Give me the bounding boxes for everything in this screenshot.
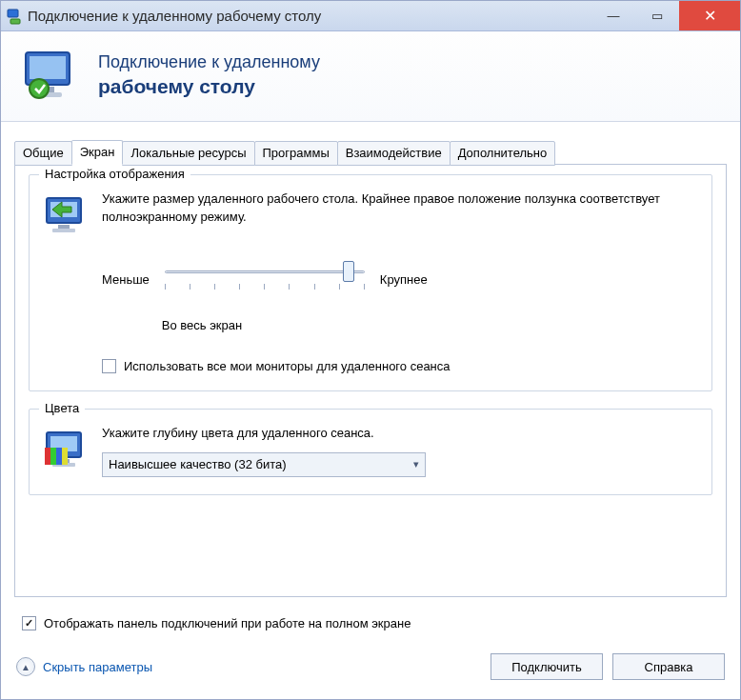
color-combo-value: Наивысшее качество (32 бита)	[109, 457, 287, 471]
color-depth-combo[interactable]: Наивысшее качество (32 бита) ▾	[102, 452, 426, 477]
header-line1: Подключение к удаленному	[98, 51, 320, 73]
color-groupbox: Цвета	[29, 409, 712, 495]
tab-1[interactable]: Экран	[71, 140, 124, 165]
display-legend: Настройка отображения	[39, 167, 190, 181]
body: ОбщиеЭкранЛокальные ресурсыПрограммыВзаи…	[1, 122, 740, 640]
connection-bar-label: Отображать панель подключений при работе…	[44, 616, 411, 630]
app-icon	[7, 8, 24, 25]
connection-bar-checkbox[interactable]	[22, 616, 36, 630]
window-title: Подключение к удаленному рабочему столу	[24, 8, 591, 24]
header-line2: рабочему столу	[98, 73, 320, 99]
maximize-button[interactable]: ▭	[635, 1, 679, 30]
rdp-header-icon	[20, 45, 81, 106]
toggle-options-label: Скрыть параметры	[43, 660, 152, 674]
size-slider[interactable]	[165, 265, 365, 293]
connect-button[interactable]: Подключить	[491, 653, 603, 680]
toggle-options-button[interactable]: ▲ Скрыть параметры	[16, 657, 152, 676]
tab-5[interactable]: Дополнительно	[450, 141, 556, 166]
slider-min-label: Меньше	[102, 272, 150, 287]
connection-bar-row: Отображать панель подключений при работе…	[22, 616, 727, 630]
tab-2[interactable]: Локальные ресурсы	[122, 141, 254, 166]
chevron-up-icon: ▲	[16, 657, 35, 676]
slider-thumb[interactable]	[343, 261, 354, 282]
svg-rect-18	[62, 448, 68, 465]
help-button[interactable]: Справка	[612, 653, 725, 680]
multimon-label: Использовать все мои мониторы для удален…	[124, 359, 451, 373]
multimon-row: Использовать все мои мониторы для удален…	[102, 359, 698, 373]
svg-rect-0	[8, 10, 18, 17]
monitor-color-icon	[43, 427, 89, 472]
header: Подключение к удаленному рабочему столу	[1, 31, 740, 122]
color-legend: Цвета	[39, 401, 85, 415]
footer: ▲ Скрыть параметры Подключить Справка	[1, 640, 740, 699]
tab-strip: ОбщиеЭкранЛокальные ресурсыПрограммыВзаи…	[14, 140, 727, 165]
svg-rect-16	[50, 448, 56, 465]
tab-panel-display: Настройка отображения Укажите размер уда…	[14, 164, 727, 597]
size-slider-row: Меньше Крупнее	[102, 265, 698, 293]
titlebar: Подключение к удаленному рабочему столу …	[1, 1, 740, 31]
slider-max-label: Крупнее	[380, 272, 428, 287]
color-description: Укажите глубину цвета для удаленного сеа…	[102, 425, 698, 443]
svg-point-6	[30, 79, 49, 98]
chevron-down-icon: ▾	[413, 458, 419, 470]
monitor-size-icon	[43, 192, 89, 238]
tab-3[interactable]: Программы	[254, 141, 338, 166]
svg-rect-17	[56, 448, 62, 465]
tab-0[interactable]: Общие	[14, 141, 72, 166]
window-controls: — ▭ ✕	[591, 1, 740, 30]
multimon-checkbox[interactable]	[102, 359, 116, 373]
svg-rect-9	[58, 225, 70, 229]
svg-rect-1	[10, 19, 20, 24]
svg-rect-15	[45, 448, 50, 465]
close-button[interactable]: ✕	[679, 1, 740, 30]
slider-value-label: Во весь экран	[102, 318, 302, 332]
svg-rect-10	[52, 229, 75, 232]
display-groupbox: Настройка отображения Укажите размер уда…	[29, 174, 712, 391]
header-text: Подключение к удаленному рабочему столу	[98, 51, 320, 100]
minimize-button[interactable]: —	[591, 1, 635, 30]
tab-4[interactable]: Взаимодействие	[337, 141, 451, 166]
display-description: Укажите размер удаленного рабочего стола…	[102, 190, 698, 227]
svg-rect-3	[30, 56, 66, 79]
rdp-window: Подключение к удаленному рабочему столу …	[0, 0, 741, 700]
